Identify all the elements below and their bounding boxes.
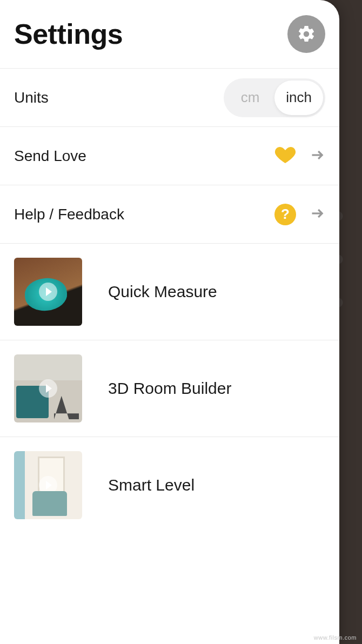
row-send-love[interactable]: Send Love (0, 126, 339, 185)
help-label: Help / Feedback (14, 206, 274, 223)
send-love-label: Send Love (14, 147, 274, 165)
header: Settings (0, 0, 339, 68)
page-title: Settings (14, 18, 123, 50)
tutorial-quick-measure[interactable]: Quick Measure (0, 243, 339, 340)
chevron-right-icon (310, 147, 325, 165)
gear-icon (297, 24, 316, 44)
heart-icon (274, 144, 296, 168)
play-icon (39, 476, 57, 494)
units-option-cm[interactable]: cm (226, 81, 274, 115)
settings-gear-button[interactable] (287, 15, 325, 53)
chevron-right-icon (310, 206, 325, 223)
settings-panel: Settings Units cm inch Send Love Help / … (0, 0, 339, 644)
units-label: Units (14, 89, 224, 106)
question-icon: ? (274, 204, 296, 225)
watermark: www.filsm.com (314, 634, 357, 641)
tutorial-thumbnail (14, 258, 82, 326)
play-icon (39, 283, 57, 301)
tutorial-thumbnail (14, 451, 82, 519)
tutorial-thumbnail (14, 354, 82, 422)
units-segmented-control[interactable]: cm inch (224, 78, 325, 117)
tutorial-3d-room-builder[interactable]: 3D Room Builder (0, 340, 339, 437)
tutorial-smart-level[interactable]: Smart Level (0, 437, 339, 533)
units-option-inch[interactable]: inch (274, 81, 323, 115)
tutorial-label: Quick Measure (108, 283, 217, 301)
tutorial-label: 3D Room Builder (108, 379, 231, 398)
row-units: Units cm inch (0, 68, 339, 126)
play-icon (39, 379, 57, 398)
row-help-feedback[interactable]: Help / Feedback ? (0, 185, 339, 243)
tutorial-label: Smart Level (108, 476, 195, 494)
